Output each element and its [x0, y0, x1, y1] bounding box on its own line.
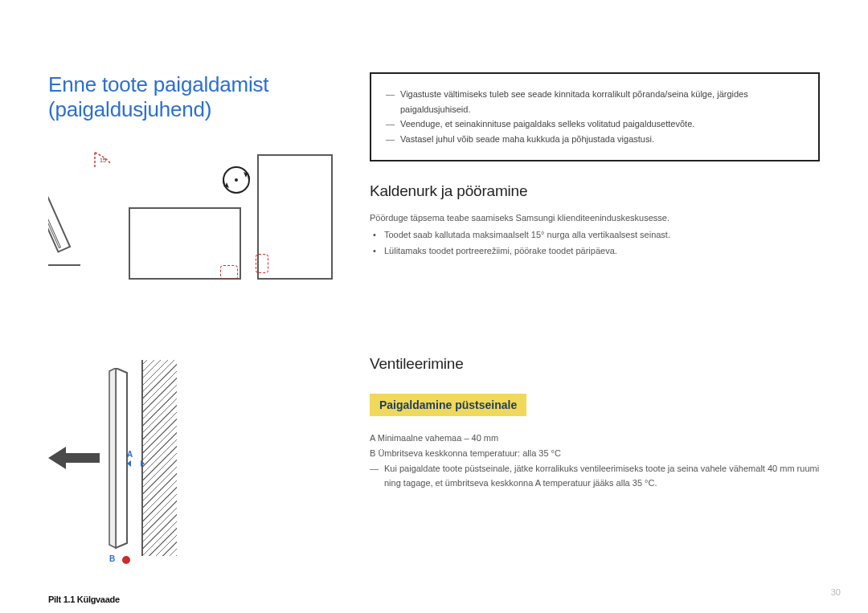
section-heading-tilt: Kaldenurk ja pööramine	[370, 182, 820, 200]
gap-indicator	[130, 463, 141, 464]
arrow-left-icon	[48, 445, 100, 474]
rotate-icon	[219, 162, 254, 198]
svg-marker-8	[116, 368, 127, 548]
wall-hatching	[141, 360, 177, 556]
svg-rect-0	[48, 156, 70, 252]
page-title: Enne toote paigaldamist (paigaldusjuhend…	[48, 72, 338, 122]
angle-label: 15	[100, 157, 106, 163]
vent-line-b: B Ümbritseva keskkonna temperatuur: alla…	[370, 446, 820, 461]
svg-marker-9	[109, 368, 116, 548]
tilt-panel-illustration: 15	[48, 151, 137, 296]
vent-line-a: A Minimaalne vahemaa – 40 mm	[370, 431, 820, 446]
vent-body: A Minimaalne vahemaa – 40 mm B Ümbritsev…	[370, 431, 820, 491]
warning-line: Vastasel juhul võib seade maha kukkuda j…	[386, 132, 804, 147]
warning-line: Vigastuste vältimiseks tuleb see seade k…	[386, 87, 804, 116]
diagram-tilt-rotate: 15	[48, 151, 338, 296]
vent-bullet: Kui paigaldate toote püstseinale, jätke …	[370, 461, 820, 491]
tilt-bullets: Toodet saab kallutada maksimaalselt 15° …	[370, 227, 820, 260]
warning-box: Vigastuste vältimiseks tuleb see seade k…	[370, 72, 820, 161]
label-b: B	[109, 554, 115, 563]
subheading-highlight: Paigaldamine püstseinale	[370, 394, 526, 416]
svg-point-7	[235, 178, 238, 182]
landscape-panel-illustration	[129, 207, 241, 280]
bullet-item: Lülitamaks toodet portreerežiimi, pöörak…	[370, 243, 820, 260]
context-note: Pöörduge täpsema teabe saamiseks Samsung…	[370, 213, 820, 223]
figure-caption: Pilt 1.1 Külgvaade	[48, 595, 338, 604]
page-number: 30	[831, 587, 841, 597]
portrait-panel-illustration	[257, 154, 333, 280]
label-a: A	[127, 450, 133, 459]
bullet-item: Toodet saab kallutada maksimaalselt 15° …	[370, 227, 820, 243]
diagram-wall-side: A B	[48, 360, 209, 585]
warning-line: Veenduge, et seinakinnituse paigaldaks s…	[386, 116, 804, 132]
svg-marker-10	[48, 447, 100, 469]
section-heading-vent: Ventileerimine	[370, 355, 820, 373]
